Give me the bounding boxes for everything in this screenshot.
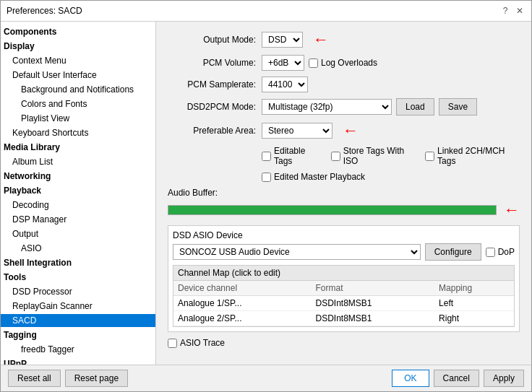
preferable-area-select[interactable]: Stereo Multichannel: [262, 123, 332, 139]
apply-button[interactable]: Apply: [484, 370, 524, 387]
table-row[interactable]: Analogue 2/SP...DSDInt8MSB1Right: [173, 311, 514, 326]
pcm-samplerate-label: PCM Samplerate:: [168, 79, 262, 90]
sidebar-item-freedb-tagger[interactable]: freedb Tagger: [1, 342, 155, 357]
edited-master-row: Edited Master Playback: [262, 172, 520, 182]
close-button[interactable]: ✕: [514, 5, 525, 17]
col-device-channel: Device channel: [173, 281, 311, 296]
help-button[interactable]: ?: [499, 5, 511, 17]
linked-tags-checkbox[interactable]: [425, 152, 434, 161]
edited-master-label[interactable]: Edited Master Playback: [262, 172, 365, 182]
linked-tags-label[interactable]: Linked 2CH/MCH Tags: [425, 146, 520, 166]
sidebar-item-decoding[interactable]: Decoding: [1, 198, 155, 212]
reset-page-button[interactable]: Reset page: [65, 370, 128, 387]
sidebar-item-components[interactable]: Components: [1, 25, 155, 39]
dsd-asio-device-select[interactable]: SONCOZ USB Audio Device: [173, 244, 421, 260]
dop-label[interactable]: DoP: [486, 247, 515, 257]
load-button[interactable]: Load: [396, 98, 434, 116]
col-mapping: Mapping: [434, 281, 514, 296]
dsd2pcm-select[interactable]: Multistage (32fp) Direct: [262, 99, 392, 115]
dsd-asio-device-row: SONCOZ USB Audio Device Configure DoP: [173, 243, 515, 261]
sidebar-item-tools[interactable]: Tools: [1, 270, 155, 284]
sidebar-item-media-library[interactable]: Media Library: [1, 140, 155, 154]
pcm-volume-select[interactable]: +6dB 0dB: [262, 55, 304, 71]
sidebar-item-upnp[interactable]: UPnP: [1, 357, 155, 365]
sidebar-item-output[interactable]: Output: [1, 227, 155, 241]
title-bar-controls: ? ✕: [499, 5, 525, 17]
store-tags-iso-label[interactable]: Store Tags With ISO: [331, 146, 416, 166]
bottom-bar: Reset all Reset page OK Cancel Apply: [1, 365, 531, 391]
col-format: Format: [311, 281, 434, 296]
table-row[interactable]: Analogue 1/SP...DSDInt8MSB1Left: [173, 296, 514, 311]
editable-tags-label[interactable]: Editable Tags: [262, 146, 322, 166]
preferable-area-row: Preferable Area: Stereo Multichannel ←: [168, 121, 520, 140]
sidebar-item-keyboard-shortcuts[interactable]: Keyboard Shortcuts: [1, 126, 155, 140]
sidebar: ComponentsDisplayContext MenuDefault Use…: [1, 22, 156, 365]
sidebar-item-playback[interactable]: Playback: [1, 183, 155, 198]
dsd2pcm-label: DSD2PCM Mode:: [168, 102, 262, 112]
title-bar: Preferences: SACD ? ✕: [1, 1, 531, 22]
audio-buffer-label: Audio Buffer:: [168, 188, 520, 198]
window-title: Preferences: SACD: [7, 6, 82, 16]
pcm-volume-control: +6dB 0dB Log Overloads: [262, 55, 377, 71]
store-tags-iso-checkbox[interactable]: [331, 152, 340, 161]
sidebar-item-replaygain-scanner[interactable]: ReplayGain Scanner: [1, 299, 155, 313]
ok-button[interactable]: OK: [392, 370, 429, 387]
sidebar-item-display[interactable]: Display: [1, 39, 155, 53]
dsd-asio-section: DSD ASIO Device SONCOZ USB Audio Device …: [168, 225, 520, 332]
sidebar-item-bg-notif[interactable]: Background and Notifications: [1, 82, 155, 97]
main-panel: Output Mode: DSD PCM DoP ← PCM Volume: +…: [156, 22, 531, 365]
log-overloads-checkbox[interactable]: [309, 58, 318, 68]
preferable-area-control: Stereo Multichannel ←: [262, 121, 359, 140]
sidebar-item-networking[interactable]: Networking: [1, 169, 155, 183]
output-mode-control: DSD PCM DoP ←: [262, 30, 329, 49]
save-button[interactable]: Save: [439, 98, 477, 116]
log-overloads-label[interactable]: Log Overloads: [309, 58, 377, 68]
pcm-volume-label: PCM Volume:: [168, 58, 262, 68]
sidebar-item-dsp-manager[interactable]: DSP Manager: [1, 212, 155, 227]
sidebar-item-shell-integration[interactable]: Shell Integration: [1, 256, 155, 270]
arrow-preferable-area: ←: [343, 121, 359, 140]
audio-buffer-section: Audio Buffer: ←: [168, 188, 520, 219]
bottom-right-buttons: OK Cancel Apply: [392, 370, 524, 387]
main-content: ComponentsDisplayContext MenuDefault Use…: [1, 22, 531, 365]
editable-tags-checkbox[interactable]: [262, 152, 271, 161]
asio-trace-row: ASIO Trace: [168, 338, 520, 348]
sidebar-item-sacd[interactable]: SACD: [1, 313, 155, 328]
sidebar-item-asio[interactable]: ASIO: [1, 241, 155, 256]
edited-master-checkbox[interactable]: [262, 173, 271, 182]
preferable-area-label: Preferable Area:: [168, 126, 262, 136]
asio-trace-checkbox[interactable]: [168, 339, 177, 348]
dop-checkbox[interactable]: [486, 248, 495, 257]
channel-table: Device channel Format Mapping Analogue 1…: [173, 281, 514, 326]
configure-button[interactable]: Configure: [425, 243, 481, 261]
sidebar-item-context-menu[interactable]: Context Menu: [1, 53, 155, 68]
reset-all-button[interactable]: Reset all: [8, 370, 61, 387]
sidebar-item-playlist-view[interactable]: Playlist View: [1, 111, 155, 126]
sidebar-item-album-list[interactable]: Album List: [1, 154, 155, 169]
pcm-samplerate-row: PCM Samplerate: 44100 48000 96000: [168, 77, 520, 92]
preferences-window: Preferences: SACD ? ✕ ComponentsDisplayC…: [0, 0, 532, 392]
pcm-samplerate-select[interactable]: 44100 48000 96000: [262, 77, 308, 92]
output-mode-label: Output Mode:: [168, 35, 262, 45]
asio-trace-label[interactable]: ASIO Trace: [168, 338, 225, 348]
dsd2pcm-row: DSD2PCM Mode: Multistage (32fp) Direct L…: [168, 98, 520, 116]
channel-map-section: Channel Map (click to edit) Device chann…: [173, 265, 515, 327]
sidebar-item-tagging[interactable]: Tagging: [1, 328, 155, 342]
sidebar-item-default-ui[interactable]: Default User Interface: [1, 68, 155, 82]
cancel-button[interactable]: Cancel: [434, 370, 479, 387]
sidebar-item-dsd-processor[interactable]: DSD Processor: [1, 284, 155, 299]
output-mode-select[interactable]: DSD PCM DoP: [262, 32, 303, 48]
pcm-samplerate-control: 44100 48000 96000: [262, 77, 308, 92]
bottom-left-buttons: Reset all Reset page: [8, 370, 128, 387]
output-mode-row: Output Mode: DSD PCM DoP ←: [168, 30, 520, 49]
editable-tags-row: Editable Tags Store Tags With ISO Linked…: [262, 146, 520, 166]
arrow-buffer: ←: [504, 201, 520, 219]
dsd2pcm-control: Multistage (32fp) Direct Load Save: [262, 98, 477, 116]
pcm-volume-row: PCM Volume: +6dB 0dB Log Overloads: [168, 55, 520, 71]
channel-map-title: Channel Map (click to edit): [173, 266, 514, 281]
sidebar-item-colors-fonts[interactable]: Colors and Fonts: [1, 97, 155, 111]
arrow-output-mode: ←: [313, 30, 329, 49]
dsd-asio-title: DSD ASIO Device: [173, 230, 515, 240]
audio-buffer-bar: [168, 205, 497, 215]
